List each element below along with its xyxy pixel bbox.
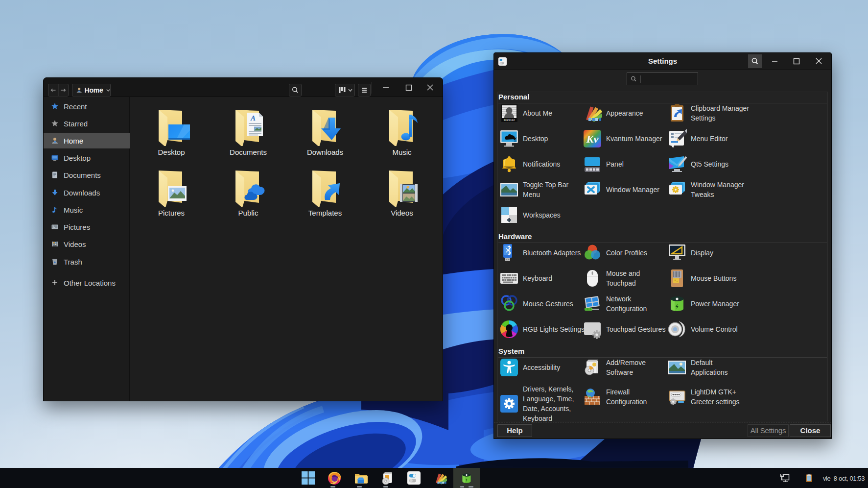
svg-text:Kv: Kv [586, 133, 599, 145]
svg-text:1829102: 1829102 [503, 119, 515, 122]
svg-text:A: A [250, 114, 256, 122]
